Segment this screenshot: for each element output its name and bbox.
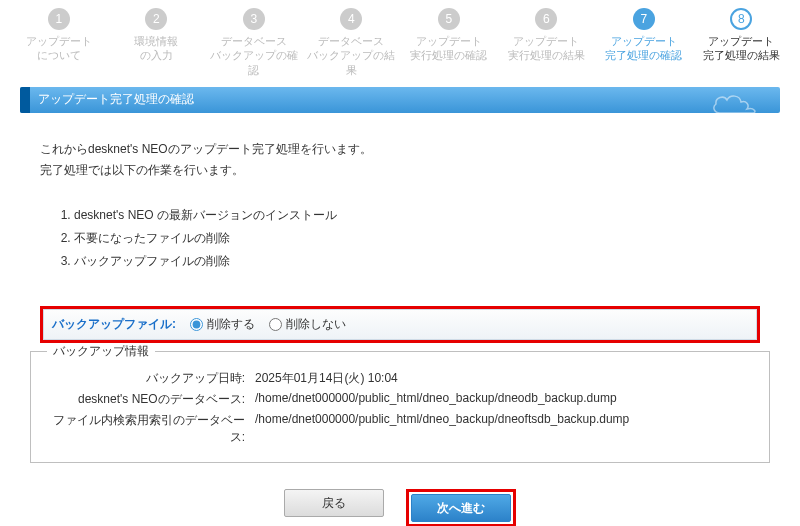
table-row: desknet's NEOのデータベース: /home/dnet000000/p… [45, 391, 755, 408]
list-item: desknet's NEO の最新バージョンのインストール [74, 204, 760, 227]
step-circle: 7 [633, 8, 655, 30]
table-row: ファイル内検索用索引のデータベース: /home/dnet000000/publ… [45, 412, 755, 446]
cloud-icon [710, 91, 770, 113]
radio-delete-label: 削除する [207, 316, 255, 333]
step-circle: 6 [535, 8, 557, 30]
table-row: バックアップ日時: 2025年01月14日(火) 10:04 [45, 370, 755, 387]
step-5: 5 アップデート実行処理の確認 [400, 8, 498, 77]
step-circle: 2 [145, 8, 167, 30]
step-label: データベースバックアップの確認 [205, 34, 303, 77]
back-button[interactable]: 戻る [284, 489, 384, 517]
radio-keep-label: 削除しない [286, 316, 346, 333]
section-title: アップデート完了処理の確認 [38, 91, 194, 108]
intro-line1: これからdesknet's NEOのアップデート完了処理を行います。 [40, 139, 760, 161]
intro-text: これからdesknet's NEOのアップデート完了処理を行います。 完了処理で… [40, 139, 760, 182]
section-header: アップデート完了処理の確認 [20, 87, 780, 113]
step-circle: 4 [340, 8, 362, 30]
radio-keep[interactable]: 削除しない [269, 316, 346, 333]
stepper: 1 アップデートについて 2 環境情報の入力 3 データベースバックアップの確認… [0, 0, 800, 83]
backup-info-fieldset: バックアップ情報 バックアップ日時: 2025年01月14日(火) 10:04 … [30, 351, 770, 463]
row-key: desknet's NEOのデータベース: [45, 391, 255, 408]
backup-option-highlight: バックアップファイル: 削除する 削除しない [40, 306, 760, 343]
step-circle: 1 [48, 8, 70, 30]
step-3: 3 データベースバックアップの確認 [205, 8, 303, 77]
step-label: データベースバックアップの結果 [303, 34, 401, 77]
section-marker [20, 87, 30, 113]
step-label: アップデート完了処理の結果 [693, 34, 791, 63]
radio-keep-input[interactable] [269, 318, 282, 331]
step-4: 4 データベースバックアップの結果 [303, 8, 401, 77]
backup-info-legend: バックアップ情報 [47, 343, 155, 360]
next-button[interactable]: 次へ進む [411, 494, 511, 522]
step-6: 6 アップデート実行処理の結果 [498, 8, 596, 77]
step-label: アップデート完了処理の確認 [595, 34, 693, 63]
row-value: /home/dnet000000/public_html/dneo_backup… [255, 391, 755, 408]
row-key: ファイル内検索用索引のデータベース: [45, 412, 255, 446]
next-button-highlight: 次へ進む [406, 489, 516, 526]
step-circle: 3 [243, 8, 265, 30]
backup-option-label: バックアップファイル: [52, 316, 176, 333]
step-circle: 5 [438, 8, 460, 30]
row-value: 2025年01月14日(火) 10:04 [255, 370, 755, 387]
list-item: 不要になったファイルの削除 [74, 227, 760, 250]
intro-line2: 完了処理では以下の作業を行います。 [40, 160, 760, 182]
button-row: 戻る 次へ進む [0, 489, 800, 526]
step-circle: 8 [730, 8, 752, 30]
radio-delete-input[interactable] [190, 318, 203, 331]
step-7-current: 7 アップデート完了処理の確認 [595, 8, 693, 77]
row-key: バックアップ日時: [45, 370, 255, 387]
row-value: /home/dnet000000/public_html/dneo_backup… [255, 412, 755, 446]
step-8: 8 アップデート完了処理の結果 [693, 8, 791, 77]
step-2: 2 環境情報の入力 [108, 8, 206, 77]
step-label: アップデートについて [10, 34, 108, 63]
step-1: 1 アップデートについて [10, 8, 108, 77]
task-list: desknet's NEO の最新バージョンのインストール 不要になったファイル… [74, 204, 760, 272]
step-label: アップデート実行処理の確認 [400, 34, 498, 63]
backup-option-row: バックアップファイル: 削除する 削除しない [43, 309, 757, 340]
list-item: バックアップファイルの削除 [74, 250, 760, 273]
radio-delete[interactable]: 削除する [190, 316, 255, 333]
step-label: アップデート実行処理の結果 [498, 34, 596, 63]
step-label: 環境情報の入力 [108, 34, 206, 63]
